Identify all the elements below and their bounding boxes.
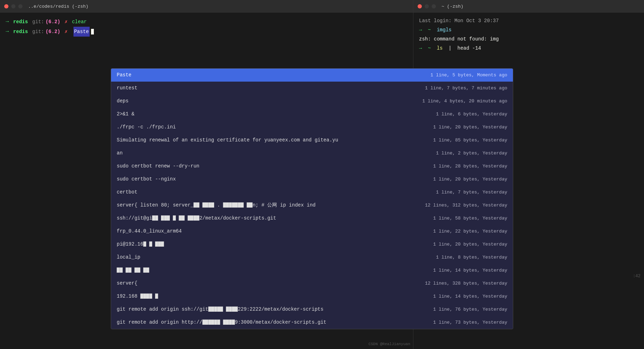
prompt-x-1: ✗ — [62, 17, 67, 27]
autocomplete-item-18[interactable]: git remote add origin ssh://git█████ ███… — [111, 303, 513, 316]
autocomplete-item-10[interactable]: server{ listen 80; server_██ ████ . ████… — [111, 199, 513, 212]
watermark: CSDN @RealJianyuan — [368, 342, 410, 346]
autocomplete-item-label-14: local_ip — [117, 254, 370, 261]
right-title-text: ~ (-zsh) — [442, 4, 463, 9]
close-icon[interactable] — [4, 4, 8, 8]
autocomplete-item-label-1: runtest — [117, 84, 370, 92]
right-error-line: zsh: command not found: img — [419, 34, 638, 44]
autocomplete-item-meta-19: 1 line, 73 bytes, Yesterday — [433, 319, 507, 326]
autocomplete-item-label-12: frp_0.44.0_linux_arm64 — [117, 228, 370, 235]
autocomplete-item-label-13: pi@192.16█ █ ███ — [117, 241, 370, 248]
autocomplete-item-label-17: 192.168 ████ █ — [117, 293, 370, 300]
autocomplete-item-label-16: server{ — [117, 280, 370, 287]
autocomplete-item-label-2: deps — [117, 97, 370, 105]
autocomplete-item-meta-16: 12 lines, 328 bytes, Yesterday — [425, 280, 507, 287]
autocomplete-item-meta-4: 1 line, 20 bytes, Yesterday — [433, 124, 507, 131]
prompt-dir-1: redis — [10, 17, 28, 27]
autocomplete-item-meta-11: 1 line, 58 bytes, Yesterday — [433, 215, 507, 222]
prompt-arrow-2: → — [6, 27, 9, 37]
autocomplete-item-label-9: certbot — [117, 189, 370, 196]
autocomplete-item-label-0: Paste — [117, 71, 370, 79]
autocomplete-item-label-10: server{ listen 80; server_██ ████ . ████… — [117, 202, 370, 209]
autocomplete-item-14[interactable]: local_ip1 line, 8 bytes, Yesterday — [111, 251, 513, 264]
timestamp: :42 — [633, 274, 640, 279]
autocomplete-item-0[interactable]: Paste1 line, 5 bytes, Moments ago — [111, 69, 513, 82]
maximize-icon[interactable] — [18, 4, 22, 8]
minimize-icon[interactable] — [11, 4, 15, 8]
autocomplete-item-8[interactable]: sudo certbot --nginx1 line, 20 bytes, Ye… — [111, 173, 513, 186]
left-title-bar: ..e/codes/redis (-zsh) — [0, 0, 413, 13]
autocomplete-item-meta-3: 1 line, 6 bytes, Yesterday — [436, 111, 507, 118]
autocomplete-item-label-11: ssh://git@gi██ ███ █ ██ ████2/metax/dock… — [117, 215, 370, 222]
terminal-line-1: → redis git: (6.2) ✗ clear — [6, 17, 407, 27]
autocomplete-item-meta-10: 12 lines, 312 bytes, Yesterday — [425, 202, 507, 209]
autocomplete-item-11[interactable]: ssh://git@gi██ ███ █ ██ ████2/metax/dock… — [111, 212, 513, 225]
autocomplete-item-meta-15: 1 line, 14 bytes, Yesterday — [433, 267, 507, 274]
autocomplete-item-meta-7: 1 line, 28 bytes, Yesterday — [433, 163, 507, 170]
autocomplete-item-meta-12: 1 line, 22 bytes, Yesterday — [433, 228, 507, 235]
right-login-text: Last login: Mon Oct 3 20:37 — [419, 18, 499, 24]
autocomplete-item-label-15: ██ ██ ██ ██ — [117, 267, 370, 274]
right-title-bar: ~ (-zsh) — [413, 0, 644, 13]
autocomplete-item-meta-14: 1 line, 8 bytes, Yesterday — [436, 254, 507, 261]
right-login-line: Last login: Mon Oct 3 20:37 — [419, 16, 638, 25]
autocomplete-item-13[interactable]: pi@192.16█ █ ███1 line, 20 bytes, Yester… — [111, 238, 513, 251]
right-ls-line: → ~ ls | head -14 — [419, 44, 638, 53]
autocomplete-item-12[interactable]: frp_0.44.0_linux_arm641 line, 22 bytes, … — [111, 225, 513, 238]
autocomplete-item-meta-18: 1 line, 76 bytes, Yesterday — [433, 306, 507, 313]
autocomplete-item-4[interactable]: ./frpc -c ./frpc.ini1 line, 20 bytes, Ye… — [111, 121, 513, 134]
prompt-branch-2: (6.2) — [45, 27, 60, 37]
prompt-branch-1: (6.2) — [45, 17, 60, 27]
left-title-text: ..e/codes/redis (-zsh) — [28, 4, 89, 9]
terminal-line-2: → redis git: (6.2) ✗ Paste — [6, 27, 407, 37]
autocomplete-item-5[interactable]: Simulating renewal of an existing certif… — [111, 134, 513, 147]
left-terminal-panel: ..e/codes/redis (-zsh) → redis git: (6.2… — [0, 0, 413, 349]
prompt-git-2: git: — [29, 27, 44, 37]
autocomplete-item-17[interactable]: 192.168 ████ █1 line, 14 bytes, Yesterda… — [111, 290, 513, 303]
autocomplete-item-meta-17: 1 line, 14 bytes, Yesterday — [433, 293, 507, 300]
autocomplete-item-9[interactable]: certbot1 line, 7 bytes, Yesterday — [111, 186, 513, 199]
prompt-cmd-clear: clear — [69, 17, 86, 27]
autocomplete-item-19[interactable]: git remote add origin http://██████ ████… — [111, 316, 513, 329]
right-minimize-icon[interactable] — [425, 4, 429, 8]
autocomplete-item-7[interactable]: sudo certbot renew --dry-run1 line, 28 b… — [111, 160, 513, 173]
autocomplete-item-meta-13: 1 line, 20 bytes, Yesterday — [433, 241, 507, 248]
autocomplete-item-meta-6: 1 line, 2 bytes, Yesterday — [436, 150, 507, 157]
autocomplete-item-label-19: git remote add origin http://██████ ████… — [117, 319, 370, 326]
autocomplete-item-label-3: 2>&1 & — [117, 110, 370, 118]
right-close-icon[interactable] — [418, 4, 422, 8]
autocomplete-item-15[interactable]: ██ ██ ██ ██1 line, 14 bytes, Yesterday — [111, 264, 513, 277]
right-error-text: zsh: command not found: img — [419, 36, 499, 42]
autocomplete-item-meta-0: 1 line, 5 bytes, Moments ago — [431, 72, 507, 79]
autocomplete-item-meta-2: 1 line, 4 bytes, 20 minutes ago — [422, 98, 507, 105]
autocomplete-item-label-18: git remote add origin ssh://git█████ ███… — [117, 306, 370, 313]
right-maximize-icon[interactable] — [432, 4, 436, 8]
prompt-x-2: ✗ — [62, 27, 67, 37]
autocomplete-item-label-5: Simulating renewal of an existing certif… — [117, 137, 370, 144]
prompt-dir-2: redis — [10, 27, 28, 37]
autocomplete-item-label-7: sudo certbot renew --dry-run — [117, 163, 370, 170]
autocomplete-item-meta-9: 1 line, 7 bytes, Yesterday — [436, 189, 507, 196]
autocomplete-item-label-4: ./frpc -c ./frpc.ini — [117, 123, 370, 131]
prompt-arrow-1: → — [6, 17, 9, 27]
right-imgls-line: → ~ imgls — [419, 25, 638, 34]
terminal-cursor — [91, 29, 94, 34]
autocomplete-item-3[interactable]: 2>&1 &1 line, 6 bytes, Yesterday — [111, 108, 513, 121]
autocomplete-item-label-8: sudo certbot --nginx — [117, 176, 370, 183]
prompt-input[interactable]: Paste — [73, 27, 90, 37]
autocomplete-item-meta-5: 1 line, 85 bytes, Yesterday — [433, 137, 507, 144]
autocomplete-item-1[interactable]: runtest1 line, 7 bytes, 7 minutes ago — [111, 82, 513, 95]
terminal-content: → redis git: (6.2) ✗ clear → redis git: … — [0, 13, 413, 349]
prompt-git-1: git: — [29, 17, 44, 27]
autocomplete-item-label-6: an — [117, 150, 370, 157]
autocomplete-item-6[interactable]: an1 line, 2 bytes, Yesterday — [111, 147, 513, 160]
autocomplete-item-16[interactable]: server{12 lines, 328 bytes, Yesterday — [111, 277, 513, 290]
autocomplete-dropdown[interactable]: Paste1 line, 5 bytes, Moments agoruntest… — [111, 68, 513, 329]
autocomplete-item-2[interactable]: deps1 line, 4 bytes, 20 minutes ago — [111, 95, 513, 108]
autocomplete-item-meta-1: 1 line, 7 bytes, 7 minutes ago — [425, 85, 507, 92]
autocomplete-item-meta-8: 1 line, 20 bytes, Yesterday — [433, 176, 507, 183]
